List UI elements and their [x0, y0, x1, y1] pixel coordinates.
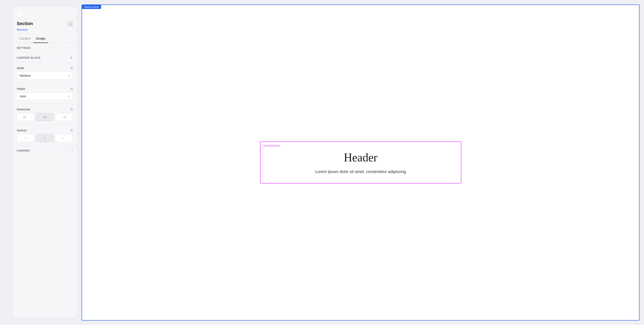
- content-block-card: Content block Header Lorem ipsum dolor s…: [260, 141, 461, 184]
- vertical-bottom-btn[interactable]: ↓: [55, 134, 73, 142]
- content-block-section: CONTENT BLOCK ∨ Width ⧉ Medium ∨ Height …: [12, 53, 77, 146]
- horizontal-label: Horizontal: [17, 108, 30, 111]
- horizontal-alignment-group: |← →|← →|: [17, 113, 73, 121]
- left-panel: ‹ Section ⬜ Rename Content Design SETTIN…: [12, 7, 77, 318]
- back-button[interactable]: ‹: [17, 11, 23, 18]
- horizontal-left-btn[interactable]: |←: [17, 113, 34, 121]
- card-body: Lorem ipsum dolor sit amet, consectetur …: [274, 169, 448, 174]
- vertical-label: Vertical: [17, 129, 26, 132]
- horizontal-field-group: Horizontal ⧉ |← →|← →|: [12, 104, 77, 125]
- vertical-field-group: Vertical ⧉ ↑ ↕ ↓: [12, 125, 77, 146]
- width-label-row: Width ⧉: [17, 66, 73, 70]
- height-value: Auto: [20, 95, 26, 98]
- panel-title: Section: [17, 21, 33, 26]
- height-label: Height: [17, 87, 25, 90]
- width-dropdown[interactable]: Medium ∨: [17, 72, 73, 80]
- content-footer-chevron: ‹: [72, 149, 73, 152]
- width-value: Medium: [20, 74, 31, 78]
- width-dropdown-chevron: ∨: [68, 74, 70, 77]
- height-field-group: Height ⧉ Auto ∨: [12, 83, 77, 104]
- height-dropdown-chevron: ∨: [68, 95, 70, 98]
- tab-content[interactable]: Content: [17, 35, 33, 43]
- vertical-alignment-group: ↑ ↕ ↓: [17, 134, 73, 142]
- content-block-label: CONTENT BLOCK: [17, 56, 41, 59]
- width-field-group: Width ⧉ Medium ∨: [12, 63, 77, 83]
- vertical-bottom-icon: ↓: [63, 136, 64, 140]
- vertical-label-row: Vertical ⧉: [17, 129, 73, 132]
- vertical-top-btn[interactable]: ↑: [17, 134, 34, 142]
- blank-section-badge: Blank section: [82, 5, 101, 9]
- height-dropdown[interactable]: Auto ∨: [17, 92, 73, 100]
- horizontal-right-icon: →|: [62, 115, 66, 119]
- height-copy-icon[interactable]: ⧉: [70, 87, 73, 91]
- horizontal-center-icon: →|←: [41, 115, 48, 119]
- vertical-top-icon: ↑: [25, 136, 26, 140]
- back-icon: ‹: [20, 13, 20, 16]
- tab-design[interactable]: Design: [33, 35, 48, 43]
- section-icon: ⬜: [68, 21, 73, 26]
- content-block-tag: Content block: [264, 144, 280, 147]
- tabs-row: Content Design: [12, 35, 77, 43]
- settings-label: SETTINGS: [17, 47, 31, 49]
- vertical-copy-icon[interactable]: ⧉: [70, 129, 73, 132]
- horizontal-center-btn[interactable]: →|←: [36, 113, 54, 121]
- panel-header: Section ⬜: [12, 21, 77, 28]
- height-label-row: Height ⧉: [17, 87, 73, 91]
- content-block-chevron: ∨: [70, 56, 73, 59]
- content-footer[interactable]: CONTENT ‹: [12, 146, 77, 155]
- horizontal-right-btn[interactable]: →|: [55, 113, 73, 121]
- horizontal-label-row: Horizontal ⧉: [17, 107, 73, 111]
- settings-chevron: ‹: [72, 46, 73, 50]
- width-copy-icon[interactable]: ⧉: [70, 66, 73, 70]
- canvas-content: Content block Header Lorem ipsum dolor s…: [82, 5, 639, 320]
- content-block-section-header[interactable]: CONTENT BLOCK ∨: [12, 53, 77, 63]
- settings-section-header[interactable]: SETTINGS ‹: [12, 43, 77, 53]
- canvas: Blank section Content block Header Lorem…: [82, 5, 640, 320]
- content-footer-label: CONTENT: [17, 149, 30, 152]
- horizontal-left-icon: |←: [24, 115, 28, 119]
- rename-link[interactable]: Rename: [12, 28, 77, 35]
- width-label: Width: [17, 67, 24, 70]
- card-header: Header: [274, 151, 448, 164]
- vertical-middle-btn[interactable]: ↕: [36, 134, 54, 142]
- vertical-middle-icon: ↕: [44, 136, 46, 140]
- horizontal-copy-icon[interactable]: ⧉: [70, 107, 73, 111]
